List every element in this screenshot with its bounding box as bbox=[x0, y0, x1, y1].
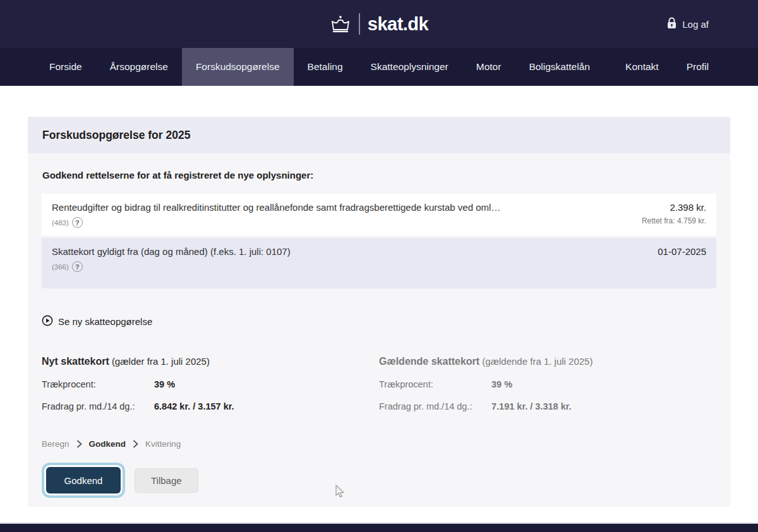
se-ny-skatteopgoerelse-link[interactable]: Se ny skatteopgørelse bbox=[42, 315, 152, 328]
crown-icon bbox=[330, 15, 351, 33]
chevron-right-icon bbox=[76, 440, 82, 448]
nav-item-arsopgoerelse[interactable]: Årsopgørelse bbox=[96, 48, 182, 86]
instruction-text: Godkend rettelserne for at få registrere… bbox=[42, 153, 716, 194]
nav-item-kontakt[interactable]: Kontakt bbox=[611, 48, 673, 86]
lock-icon bbox=[667, 17, 677, 31]
fradrag-row: Fradrag pr. md./14 dg.: 7.191 kr. / 3.31… bbox=[379, 401, 716, 411]
step-kvittering: Kvittering bbox=[145, 439, 181, 449]
card-header: Forskudsopgørelse for 2025 bbox=[28, 117, 730, 153]
step-godkend: Godkend bbox=[89, 439, 126, 449]
card-body: Godkend rettelserne for at få registrere… bbox=[28, 153, 730, 507]
action-buttons: Godkend Tilbage bbox=[42, 463, 716, 498]
row-label: Renteudgifter og bidrag til realkreditin… bbox=[52, 202, 500, 213]
nav-item-boligskattelan[interactable]: Boligskattelån bbox=[515, 48, 604, 86]
traekprocent-row: Trækprocent: 39 % bbox=[379, 379, 716, 389]
logout-button[interactable]: Log af bbox=[667, 0, 709, 48]
correction-row-renteudgifter: Renteudgifter og bidrag til realkreditin… bbox=[42, 194, 716, 235]
field-number: (366) bbox=[52, 263, 69, 271]
nav-item-betaling[interactable]: Betaling bbox=[294, 48, 357, 86]
nav-item-profil[interactable]: Profil bbox=[673, 48, 709, 86]
gaeldende-skattekort-title: Gældende skattekort (gældende fra 1. jul… bbox=[379, 356, 716, 367]
skat-logo[interactable]: skat.dk bbox=[330, 13, 428, 35]
footer-bar bbox=[0, 523, 758, 532]
step-beregn: Beregn bbox=[42, 439, 69, 449]
main-nav: Forside Årsopgørelse Forskudsopgørelse B… bbox=[0, 48, 758, 86]
row-label: Skattekort gyldigt fra (dag og måned) (f… bbox=[52, 246, 291, 257]
logo-text: skat.dk bbox=[368, 14, 428, 35]
help-icon[interactable]: ? bbox=[72, 261, 83, 272]
tilbage-button[interactable]: Tilbage bbox=[135, 468, 198, 493]
godkend-button[interactable]: Godkend bbox=[46, 467, 121, 494]
skattekort-columns: Nyt skattekort (gælder fra 1. juli 2025)… bbox=[42, 356, 716, 411]
row-value: 2.398 kr. bbox=[642, 202, 706, 213]
nav-item-forskudsopgoerelse[interactable]: Forskudsopgørelse bbox=[182, 48, 294, 86]
correction-row-skattekort-gyldig: Skattekort gyldigt fra (dag og måned) (f… bbox=[42, 238, 716, 288]
main-content: Forskudsopgørelse for 2025 Godkend rette… bbox=[0, 117, 758, 507]
gaeldende-skattekort-section: Gældende skattekort (gældende fra 1. jul… bbox=[379, 356, 716, 411]
field-number: (483) bbox=[52, 219, 69, 227]
nav-item-forside[interactable]: Forside bbox=[49, 48, 96, 86]
nav-item-skatteoplysninger[interactable]: Skatteoplysninger bbox=[357, 48, 462, 86]
logout-label: Log af bbox=[682, 19, 709, 30]
chevron-right-icon bbox=[133, 440, 138, 448]
page-title: Forskudsopgørelse for 2025 bbox=[42, 129, 716, 142]
link-label: Se ny skatteopgørelse bbox=[58, 316, 152, 327]
play-icon bbox=[42, 315, 53, 328]
nyt-skattekort-section: Nyt skattekort (gælder fra 1. juli 2025)… bbox=[42, 356, 379, 411]
fradrag-row: Fradrag pr. md./14 dg.: 6.842 kr. / 3.15… bbox=[42, 401, 379, 411]
nyt-skattekort-title: Nyt skattekort (gælder fra 1. juli 2025) bbox=[42, 356, 379, 367]
traekprocent-row: Trækprocent: 39 % bbox=[42, 379, 379, 389]
breadcrumb: Beregn Godkend Kvittering bbox=[42, 439, 716, 449]
nav-item-motor[interactable]: Motor bbox=[462, 48, 515, 86]
forskudsopgoerelse-card: Forskudsopgørelse for 2025 Godkend rette… bbox=[28, 117, 730, 507]
logo-divider bbox=[359, 13, 360, 35]
top-header: skat.dk Log af bbox=[0, 0, 758, 48]
row-corrected-from: Rettet fra: 4.759 kr. bbox=[642, 216, 706, 225]
help-icon[interactable]: ? bbox=[72, 217, 83, 228]
row-value: 01-07-2025 bbox=[658, 246, 706, 257]
